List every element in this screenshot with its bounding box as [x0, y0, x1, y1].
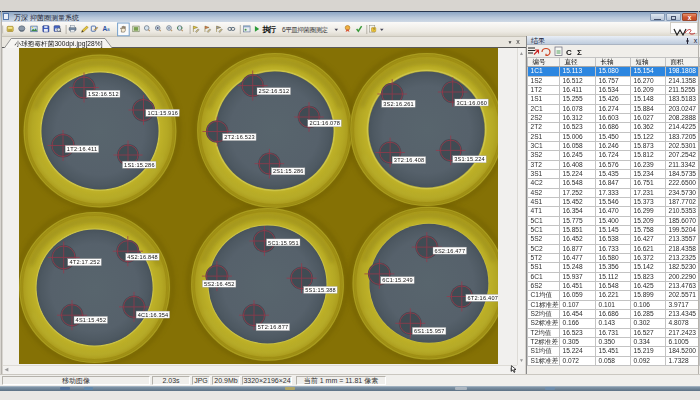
- svg-text:6T2:16.407: 6T2:16.407: [468, 295, 498, 301]
- svg-text:6S1:15.957: 6S1:15.957: [414, 328, 444, 334]
- svg-text:4S2:16.848: 4S2:16.848: [127, 254, 157, 260]
- svg-text:2S2:16.512: 2S2:16.512: [259, 88, 289, 94]
- svg-text:6C1:15.249: 6C1:15.249: [382, 277, 412, 283]
- svg-text:5S2:16.452: 5S2:16.452: [204, 281, 234, 287]
- svg-text:Σ: Σ: [577, 48, 582, 57]
- svg-text:?: ?: [373, 27, 375, 32]
- svg-text:1S2:16.512: 1S2:16.512: [88, 91, 118, 97]
- svg-text:4S1:15.452: 4S1:15.452: [76, 317, 106, 323]
- svg-text:5C1:15.951: 5C1:15.951: [268, 240, 298, 246]
- svg-text:5S1:15.388: 5S1:15.388: [305, 287, 335, 293]
- svg-text:小球孢霉杆菌300dpi.jpg[28%]: 小球孢霉杆菌300dpi.jpg[28%]: [15, 40, 103, 48]
- svg-text:3C1:16.060: 3C1:16.060: [456, 100, 486, 106]
- svg-text:6S2:16.477: 6S2:16.477: [435, 248, 465, 254]
- svg-text:3S2:16.261: 3S2:16.261: [383, 101, 413, 107]
- svg-text:2S1:15.286: 2S1:15.286: [273, 168, 303, 174]
- svg-text:3T2:16.408: 3T2:16.408: [394, 157, 424, 163]
- svg-text:1S1:15.286: 1S1:15.286: [124, 162, 154, 168]
- svg-text:2T2:16.523: 2T2:16.523: [224, 134, 254, 140]
- svg-text:a: a: [107, 27, 110, 32]
- svg-text:2C1:16.078: 2C1:16.078: [309, 120, 339, 126]
- svg-text:1T2:16.411: 1T2:16.411: [67, 146, 97, 152]
- svg-text:3S1:15.224: 3S1:15.224: [454, 156, 484, 162]
- svg-text:4T2:17.252: 4T2:17.252: [69, 259, 99, 265]
- svg-text:6平皿抑菌圈测定: 6平皿抑菌圈测定: [282, 26, 329, 34]
- svg-text:1C1:15.916: 1C1:15.916: [147, 110, 177, 116]
- svg-text:执行: 执行: [262, 25, 277, 34]
- svg-text:4C1:16.354: 4C1:16.354: [138, 312, 168, 318]
- svg-text:C: C: [566, 48, 572, 57]
- svg-text:5T2:16.877: 5T2:16.877: [258, 324, 288, 330]
